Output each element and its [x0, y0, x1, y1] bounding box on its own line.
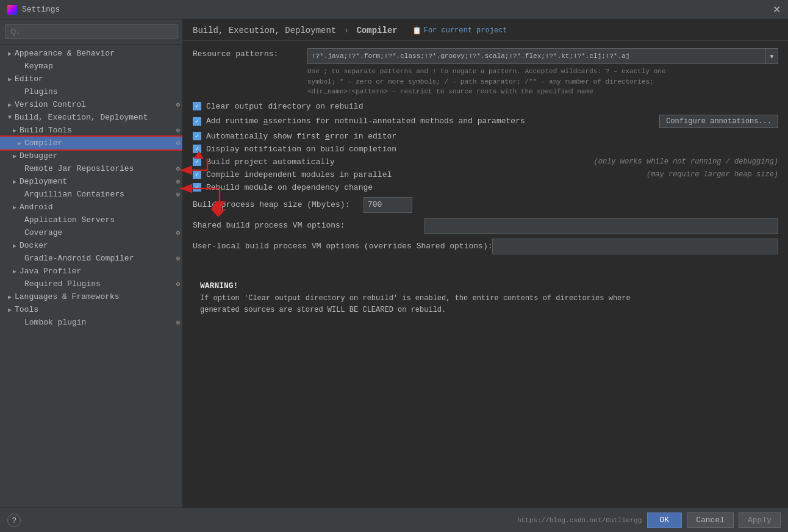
- user-vm-input[interactable]: [492, 239, 778, 254]
- resource-patterns-row: Resource patterns: ▼ Use ; to separate p…: [193, 48, 778, 97]
- chevron-right-icon: ▶: [15, 140, 24, 147]
- sidebar-item-build-exec-deploy[interactable]: ▼ Build, Execution, Deployment: [0, 111, 182, 124]
- checkbox-rebuild-dep-label: Rebuild module on dependency change: [206, 183, 373, 192]
- heap-size-input[interactable]: [364, 197, 412, 213]
- settings-icon: ⚙: [176, 101, 180, 109]
- sidebar-item-lombok-plugin[interactable]: Lombok plugin ⚙: [0, 316, 182, 329]
- checkbox-rebuild-dep[interactable]: ✓: [193, 183, 201, 192]
- sidebar-item-tools[interactable]: ▶ Tools: [0, 303, 182, 316]
- checkbox-assertions[interactable]: ✓: [193, 117, 201, 126]
- checkbox-build-auto[interactable]: ✓: [193, 157, 201, 166]
- sidebar-item-docker[interactable]: ▶ Docker: [0, 239, 182, 252]
- sidebar-item-build-tools[interactable]: ▶ Build Tools ⚙: [0, 124, 182, 137]
- sidebar: ▶ Appearance & Behavior Keymap ▶ Editor …: [0, 20, 183, 508]
- sidebar-item-deployment[interactable]: ▶ Deployment ⚙: [0, 175, 182, 188]
- checkbox-auto-show-error[interactable]: ✓: [193, 132, 201, 140]
- sidebar-item-label: Docker: [20, 241, 182, 250]
- sidebar-item-plugins[interactable]: Plugins: [0, 85, 182, 98]
- help-button[interactable]: ?: [7, 514, 21, 527]
- sidebar-item-label: Remote Jar Repositories: [24, 164, 176, 173]
- settings-icon: ⚙: [176, 126, 180, 134]
- sidebar-item-label: Plugins: [24, 87, 182, 96]
- warning-text: If option 'Clear output directory on reb…: [200, 293, 771, 316]
- resource-patterns-box: ▼ Use ; to separate patterns and ! to ne…: [307, 48, 778, 97]
- footer-url: https://blog.csdn.net/Outliergg: [517, 517, 642, 524]
- breadcrumb: Build, Execution, Deployment › Compiler: [193, 26, 398, 35]
- sidebar-item-label: Coverage: [24, 228, 176, 237]
- configure-annotations-button[interactable]: Configure annotations...: [659, 115, 778, 128]
- sidebar-item-required-plugins[interactable]: Required Plugins ⚙: [0, 278, 182, 290]
- sidebar-item-debugger[interactable]: ▶ Debugger: [0, 149, 182, 162]
- sidebar-item-label: Application Servers: [24, 215, 182, 225]
- user-vm-label: User-local build process VM options (ove…: [193, 242, 492, 251]
- cancel-button[interactable]: Cancel: [687, 512, 734, 528]
- settings-icon: ⚙: [176, 280, 180, 288]
- checkbox-display-notification-label: Display notification on build completion: [206, 145, 396, 154]
- app-icon: [7, 5, 17, 15]
- settings-icon: ⚙: [176, 190, 180, 198]
- sidebar-item-compiler[interactable]: ▶ Compiler ⚙: [0, 137, 182, 149]
- shared-vm-input[interactable]: [424, 218, 778, 234]
- sidebar-tree: ▶ Appearance & Behavior Keymap ▶ Editor …: [0, 45, 182, 508]
- sidebar-item-label: Keymap: [24, 62, 182, 71]
- title-bar: Settings ✕: [0, 0, 788, 20]
- search-input[interactable]: [5, 24, 177, 39]
- apply-button[interactable]: Apply: [739, 512, 781, 528]
- sidebar-item-label: Tools: [15, 305, 182, 314]
- resource-hint: Use ; to separate patterns and ! to nega…: [307, 66, 778, 97]
- sidebar-item-appearance[interactable]: ▶ Appearance & Behavior: [0, 47, 182, 60]
- sidebar-item-label: Languages & Frameworks: [15, 292, 182, 301]
- heap-size-row: Build process heap size (Mbytes):: [193, 197, 778, 213]
- panel-header: Build, Execution, Deployment › Compiler …: [183, 20, 788, 41]
- chevron-right-icon: ▶: [5, 76, 15, 83]
- sidebar-item-arquillian[interactable]: Arquillian Containers ⚙: [0, 188, 182, 201]
- project-label: For current project: [424, 26, 507, 35]
- checkbox-build-auto-label: Build project automatically: [206, 157, 335, 167]
- heap-size-label: Build process heap size (Mbytes):: [193, 200, 364, 209]
- settings-icon: ⚙: [176, 165, 180, 173]
- checkbox-compile-parallel[interactable]: ✓: [193, 170, 201, 179]
- chevron-right-icon: ▶: [5, 306, 15, 314]
- settings-icon: ⚙: [176, 318, 180, 326]
- ok-button[interactable]: OK: [647, 512, 682, 528]
- sidebar-item-java-profiler[interactable]: ▶ Java Profiler: [0, 265, 182, 278]
- sidebar-item-version-control[interactable]: ▶ Version Control ⚙: [0, 98, 182, 111]
- sidebar-item-label: Android: [20, 203, 182, 212]
- breadcrumb-separator: ›: [344, 26, 354, 35]
- sidebar-item-label: Version Control: [15, 100, 176, 109]
- sidebar-item-coverage[interactable]: Coverage ⚙: [0, 226, 182, 239]
- close-button[interactable]: ✕: [773, 4, 781, 15]
- checkbox-build-auto-row: ✓ Build project automatically (only work…: [193, 157, 778, 167]
- chevron-right-icon: ▶: [5, 50, 15, 57]
- sidebar-item-remote-jar[interactable]: Remote Jar Repositories ⚙: [0, 162, 182, 175]
- resource-patterns-label: Resource patterns:: [193, 48, 303, 59]
- sidebar-item-label: Build, Execution, Deployment: [15, 113, 182, 122]
- checkbox-rebuild-dep-row: ✓ Rebuild module on dependency change: [193, 183, 778, 192]
- sidebar-item-gradle-android[interactable]: Gradle-Android Compiler ⚙: [0, 252, 182, 265]
- shared-vm-row: Shared build process VM options:: [193, 218, 778, 234]
- sidebar-item-application-servers[interactable]: Application Servers: [0, 214, 182, 226]
- breadcrumb-part1: Build, Execution, Deployment: [193, 26, 336, 35]
- sidebar-item-label: Gradle-Android Compiler: [24, 254, 176, 263]
- settings-icon: ⚙: [176, 254, 180, 262]
- checkbox-assertions-row: ✓ Add runtime assertions for notnull-ann…: [193, 115, 778, 128]
- sidebar-item-android[interactable]: ▶ Android: [0, 201, 182, 214]
- sidebar-item-label: Required Plugins: [24, 279, 176, 289]
- user-vm-row: User-local build process VM options (ove…: [193, 239, 778, 254]
- shared-vm-label: Shared build process VM options:: [193, 221, 424, 230]
- checkbox-compile-parallel-note: (may require larger heap size): [647, 170, 778, 179]
- sidebar-item-languages-frameworks[interactable]: ▶ Languages & Frameworks: [0, 290, 182, 303]
- sidebar-item-label: Debugger: [20, 151, 182, 160]
- sidebar-item-keymap[interactable]: Keymap: [0, 60, 182, 73]
- checkbox-clear-output[interactable]: ✓: [193, 102, 201, 110]
- breadcrumb-part2: Compiler: [356, 26, 397, 35]
- resource-dropdown-button[interactable]: ▼: [766, 48, 778, 64]
- checkbox-clear-output-row: ✓ Clear output directory on rebuild: [193, 102, 778, 111]
- settings-icon: ⚙: [176, 139, 180, 147]
- resource-patterns-input[interactable]: [307, 48, 766, 64]
- sidebar-item-editor[interactable]: ▶ Editor: [0, 73, 182, 85]
- footer: ? https://blog.csdn.net/Outliergg OK Can…: [0, 508, 788, 532]
- checkbox-auto-show-error-label: Automatically show first error in editor: [206, 132, 396, 141]
- checkbox-display-notification[interactable]: ✓: [193, 145, 201, 153]
- sidebar-item-label: Lombok plugin: [24, 318, 176, 327]
